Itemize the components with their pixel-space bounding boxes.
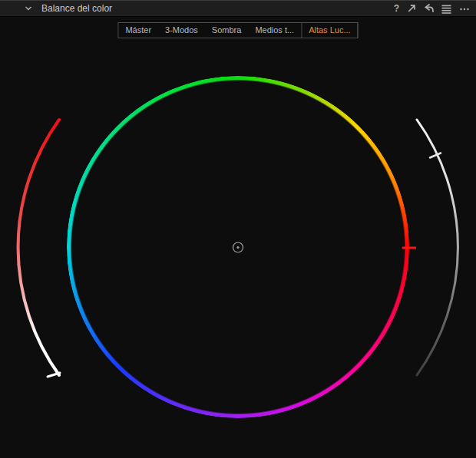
right-arc-slider[interactable] <box>417 120 458 375</box>
left-arc-slider[interactable] <box>18 120 59 375</box>
wheel-center-indicator[interactable] <box>233 242 243 252</box>
center-indicator-dot <box>236 246 239 249</box>
color-balance-panel: Balance del color ? <box>0 0 476 458</box>
wheel-overlay <box>0 0 476 458</box>
